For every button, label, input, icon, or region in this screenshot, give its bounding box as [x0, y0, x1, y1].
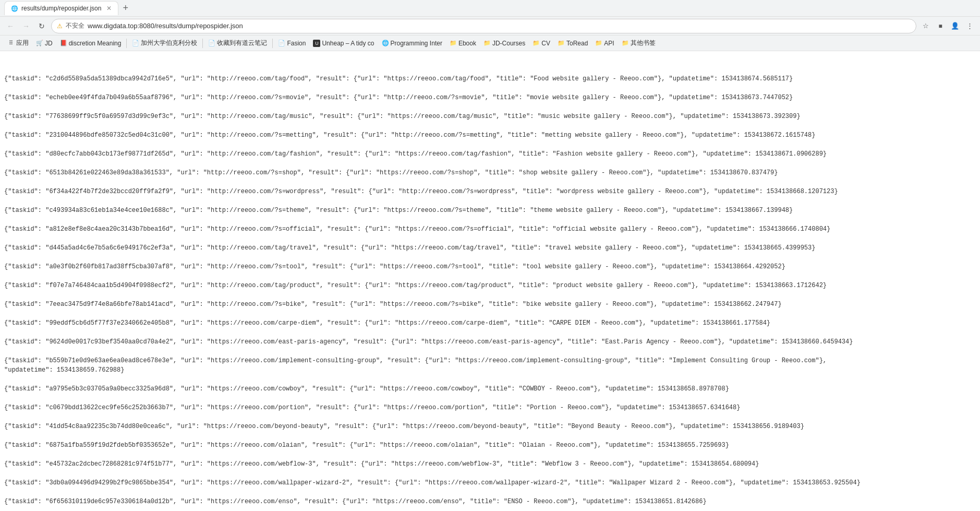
bookmark-apps-label: 应用	[16, 39, 29, 47]
bookmark-programming-label: Programming Inter	[391, 40, 442, 47]
bookmark-toread-label: ToRead	[566, 40, 588, 47]
json-line: {"taskid": "7eeac3475d9f74e8a66bfe78ab14…	[4, 300, 976, 309]
security-label: 不安全	[66, 21, 84, 30]
bookmark-separator-2	[202, 39, 203, 48]
json-line: {"taskid": "6f656310119de6c957e3306184a0…	[4, 497, 976, 506]
bookmark-ebook[interactable]: 📁 Ebook	[446, 39, 479, 48]
active-tab[interactable]: 🌐 results/dump/repospider.json ✕	[4, 1, 118, 15]
youdao-icon: 📄	[208, 40, 215, 47]
content-area[interactable]: {"taskid": "c2d6d5589a5da51389dbca9942d7…	[0, 51, 980, 511]
bookmark-api-label: API	[604, 40, 614, 47]
bookmark-unheap-label: Unheap – A tidy co	[322, 40, 374, 47]
json-line: {"taskid": "99eddf5cb6d5f77f37e2340662e4…	[4, 318, 976, 328]
new-tab-button[interactable]: +	[120, 3, 130, 14]
bookmark-cv-label: CV	[541, 40, 550, 47]
json-line: {"taskid": "a9795e5b3c03705a9a0becc3325a…	[4, 384, 976, 394]
bookmark-discretion-label: discretion Meaning	[69, 40, 122, 47]
bookmark-jd[interactable]: 🛒 JD	[33, 39, 56, 48]
jd-courses-icon: 📁	[483, 40, 491, 47]
browser-frame: 🌐 results/dump/repospider.json ✕ + ← → ↻…	[0, 0, 980, 511]
api-icon: 📁	[595, 40, 602, 47]
bookmark-cv[interactable]: 📁 CV	[529, 39, 553, 48]
bookmark-separator-3	[272, 39, 273, 48]
cv-icon: 📁	[533, 40, 540, 47]
json-line: {"taskid": "echeb0ee49f4fda7b049a6b55aaf…	[4, 93, 976, 102]
json-line: {"taskid": "6f34a422f4b7f2de32bccd20ff9f…	[4, 187, 976, 196]
json-line: {"taskid": "2310044896bdfe850732c5ed04c3…	[4, 130, 976, 140]
back-button[interactable]: ←	[4, 20, 17, 32]
extensions-button[interactable]: ■	[934, 20, 947, 32]
security-icon: ⚠	[57, 22, 63, 30]
menu-button[interactable]: ⋮	[963, 20, 976, 32]
bookmark-jd-courses[interactable]: 📁 JD-Courses	[480, 39, 528, 48]
tab-favicon: 🌐	[11, 5, 18, 12]
programming-icon: 🌐	[382, 40, 389, 47]
discretion-icon: 📕	[60, 40, 67, 47]
tab-title: results/dump/repospider.json	[21, 5, 101, 12]
bookmark-toread[interactable]: 📁 ToRead	[554, 39, 591, 48]
json-line: {"taskid": "f07e7a746484caa1b5d4904f0988…	[4, 281, 976, 290]
json-line: {"taskid": "e45732ac2dcbec72868281c974f5…	[4, 459, 976, 469]
json-line: {"taskid": "3db0a094496d94299b2f9c9865bb…	[4, 478, 976, 488]
bookmark-other[interactable]: 📁 其他书签	[619, 38, 659, 49]
reload-button[interactable]: ↻	[35, 20, 48, 32]
other-icon: 📁	[622, 40, 629, 47]
bookmark-apps[interactable]: ⠿ 应用	[4, 38, 32, 49]
bookmark-youdao[interactable]: 📄 收藏到有道云笔记	[205, 38, 270, 49]
nav-bar: ← → ↻ ⚠ 不安全 www.digdata.top:8080/results…	[0, 17, 980, 35]
bookmark-berkeley[interactable]: 📄 加州大学伯克利分校	[129, 38, 200, 49]
profile-button[interactable]: 👤	[949, 20, 961, 32]
bookmark-api[interactable]: 📁 API	[592, 39, 617, 48]
json-line: {"taskid": "c2d6d5589a5da51389dbca9942d7…	[4, 74, 976, 84]
ebook-icon: 📁	[450, 40, 457, 47]
json-line: {"taskid": "d80ecfc7abb043cb173ef98771df…	[4, 149, 976, 159]
toread-icon: 📁	[558, 40, 565, 47]
json-line: {"taskid": "6513b84261e022463e89da38a361…	[4, 168, 976, 177]
unheap-icon: U	[313, 40, 320, 47]
bookmark-jd-label: JD	[45, 40, 53, 47]
bookmark-fasion-label: Fasion	[287, 40, 306, 47]
bookmark-other-label: 其他书签	[631, 39, 656, 47]
bookmark-fasion[interactable]: 📄 Fasion	[275, 39, 309, 48]
jd-icon: 🛒	[36, 40, 43, 47]
bookmark-programming[interactable]: 🌐 Programming Inter	[379, 39, 445, 48]
bookmark-unheap[interactable]: U Unheap – A tidy co	[310, 39, 377, 48]
bookmark-separator-1	[126, 39, 127, 48]
json-line: {"taskid": "a0e3f0b2f60fb817ad38ff5cba30…	[4, 262, 976, 271]
json-line: {"taskid": "d445a5ad4c6e7b5a6c6e949176c2…	[4, 243, 976, 253]
forward-button[interactable]: →	[20, 20, 32, 32]
json-line: {"taskid": "a812e8ef8e8c4aea20c3143b7bbe…	[4, 224, 976, 234]
json-line: {"taskid": "6875a1fba559f19d2fdeb5bf0353…	[4, 441, 976, 450]
bookmark-discretion[interactable]: 📕 discretion Meaning	[57, 39, 125, 48]
json-line: {"taskid": "9624d0e0017c93bef3540aa0cd70…	[4, 337, 976, 347]
bookmark-star-button[interactable]: ☆	[919, 20, 932, 32]
bookmarks-bar: ⠿ 应用 🛒 JD 📕 discretion Meaning 📄 加州大学伯克利…	[0, 35, 980, 51]
bookmark-youdao-label: 收藏到有道云笔记	[217, 39, 267, 47]
nav-actions: ☆ ■ 👤 ⋮	[919, 20, 976, 32]
bookmark-jd-courses-label: JD-Courses	[492, 40, 525, 47]
bookmark-ebook-label: Ebook	[458, 40, 476, 47]
tab-close-icon[interactable]: ✕	[106, 5, 112, 12]
fasion-icon: 📄	[278, 40, 285, 47]
json-line: {"taskid": "c493934a83c61eb1a34e4cee10e1…	[4, 206, 976, 215]
tab-bar: 🌐 results/dump/repospider.json ✕ +	[0, 0, 980, 17]
json-line: {"taskid": "41dd54c8aa92235c3b74dd80e0ce…	[4, 422, 976, 431]
json-line: {"taskid": "c0679bdd13622cec9fe56c252b36…	[4, 403, 976, 412]
address-text: www.digdata.top:8080/results/dump/reposp…	[88, 22, 911, 30]
json-line: {"taskid": "b559b71e0d9e63ae6ea0ead8ce67…	[4, 356, 976, 375]
berkeley-icon: 📄	[132, 40, 139, 47]
address-bar[interactable]: ⚠ 不安全 www.digdata.top:8080/results/dump/…	[51, 19, 916, 33]
bookmark-berkeley-label: 加州大学伯克利分校	[141, 39, 197, 47]
json-line: {"taskid": "77638699ff9c5f0a69597d3d99c9…	[4, 112, 976, 121]
apps-icon: ⠿	[7, 40, 15, 47]
